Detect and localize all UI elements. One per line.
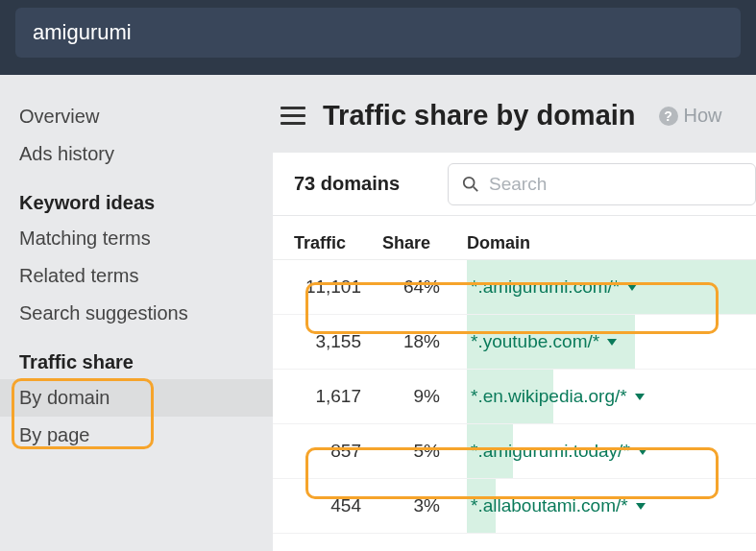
chevron-down-icon[interactable] [607, 339, 617, 346]
search-icon [462, 176, 479, 193]
chevron-down-icon[interactable] [638, 448, 647, 455]
cell-traffic: 3,155 [294, 331, 382, 352]
svg-point-0 [464, 177, 475, 187]
domain-count-label: 73 domains [294, 173, 448, 195]
page-title: Traffic share by domain [323, 100, 636, 132]
top-bar [0, 0, 756, 75]
domain-link[interactable]: *.allaboutami.com/* [467, 495, 628, 516]
cell-share: 3% [382, 495, 467, 516]
svg-line-1 [474, 186, 478, 191]
cell-domain[interactable]: *.en.wikipedia.org/* [467, 370, 756, 423]
help-icon: ? [659, 107, 678, 126]
chevron-down-icon[interactable] [635, 394, 645, 400]
table-row: 1,6179%*.en.wikipedia.org/* [273, 370, 756, 424]
chevron-down-icon[interactable] [636, 503, 646, 510]
cell-traffic: 454 [294, 495, 382, 516]
table-header-row: Traffic Share Domain [273, 216, 756, 260]
sidebar: Overview Ads history Keyword ideas Match… [0, 75, 273, 551]
sidebar-heading-keyword-ideas: Keyword ideas [0, 173, 273, 220]
chevron-down-icon[interactable] [627, 284, 637, 291]
cell-traffic: 11,101 [294, 276, 382, 298]
help-label: How [684, 105, 722, 127]
results-panel: 73 domains Traffic Share Domain 11,10164… [273, 153, 756, 551]
domain-link[interactable]: *.en.wikipedia.org/* [467, 386, 627, 407]
column-header-share[interactable]: Share [382, 233, 467, 253]
table-row: 3,15518%*.youtube.com/* [273, 315, 756, 370]
sidebar-heading-traffic-share: Traffic share [0, 332, 273, 379]
sidebar-item-search-suggestions[interactable]: Search suggestions [0, 295, 273, 332]
help-link[interactable]: ? How [659, 105, 722, 127]
cell-domain[interactable]: *.amigurumi.today/* [467, 424, 756, 478]
domain-link[interactable]: *.youtube.com/* [467, 331, 599, 352]
table-row: 4543%*.allaboutami.com/* [273, 479, 756, 534]
sidebar-item-related-terms[interactable]: Related terms [0, 257, 273, 295]
keyword-search-input[interactable] [33, 20, 723, 45]
menu-icon[interactable] [280, 107, 305, 125]
domain-search-input[interactable] [489, 174, 742, 195]
cell-domain[interactable]: *.youtube.com/* [467, 315, 756, 369]
cell-share: 9% [382, 386, 467, 407]
column-header-traffic[interactable]: Traffic [294, 233, 382, 253]
cell-domain[interactable]: *.amigurumi.com/* [467, 260, 756, 314]
sidebar-item-by-page[interactable]: By page [0, 417, 273, 454]
sidebar-item-by-domain[interactable]: By domain [0, 379, 273, 417]
column-header-domain[interactable]: Domain [467, 233, 756, 253]
table-row: 8575%*.amigurumi.today/* [273, 424, 756, 479]
domain-link[interactable]: *.amigurumi.today/* [467, 441, 630, 462]
keyword-search-wrap[interactable] [15, 8, 741, 58]
cell-share: 18% [382, 331, 467, 352]
sidebar-item-ads-history[interactable]: Ads history [0, 135, 273, 173]
domain-link[interactable]: *.amigurumi.com/* [467, 276, 620, 298]
cell-share: 5% [382, 441, 467, 462]
cell-traffic: 1,617 [294, 386, 382, 407]
cell-domain[interactable]: *.allaboutami.com/* [467, 479, 756, 533]
sidebar-item-matching-terms[interactable]: Matching terms [0, 220, 273, 257]
cell-traffic: 857 [294, 441, 382, 462]
sidebar-item-overview[interactable]: Overview [0, 98, 273, 135]
content-area: Traffic share by domain ? How 73 domains… [273, 75, 756, 551]
table-row: 11,10164%*.amigurumi.com/* [273, 260, 756, 315]
cell-share: 64% [382, 276, 467, 298]
domain-search-wrap[interactable] [448, 163, 756, 205]
